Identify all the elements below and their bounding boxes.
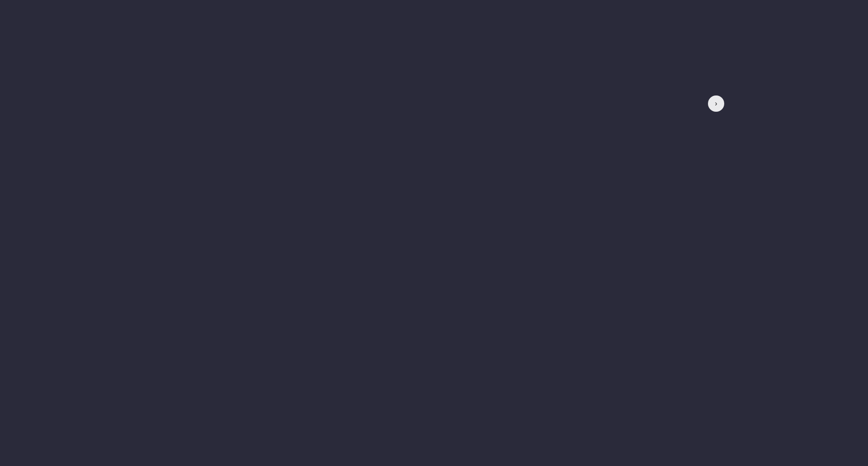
main-feed-area: 4K Draymond ejected Draymond Green gets …: [145, 51, 868, 456]
carousel-next-button[interactable]: ›: [708, 95, 724, 112]
post-card-adobe[interactable]: Ai u/adobe • true ⋯ Dreading the end of …: [152, 275, 721, 357]
ad-image-strip: Sticky notes? Out. Prod: [158, 316, 715, 352]
feed-column: 4K Draymond ejected Draymond Green gets …: [145, 51, 728, 456]
ad-image-right: Prod: [530, 316, 715, 352]
app-layout: 🏠 ● + 👽 🕐 ⭐ ⬇ 📱 🏠 Home ● Popular TOPICS …: [0, 51, 868, 456]
